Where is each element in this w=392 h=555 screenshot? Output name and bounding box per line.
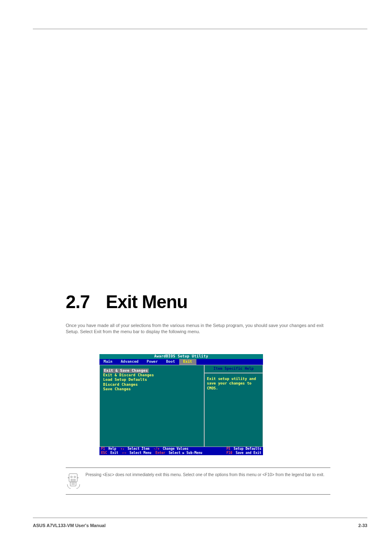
bios-tab-boot[interactable]: Boot: [162, 359, 179, 365]
svg-point-1: [71, 476, 72, 478]
bios-title-bar: AwardBIOS Setup Utility: [99, 354, 263, 359]
section-heading: 2.7 Exit Menu: [66, 292, 187, 312]
legend-leftright: ←→Select Menu: [122, 451, 152, 455]
footer-page-number: 2-33: [358, 523, 367, 528]
bios-legend-bar: F1Help ↑↓Select Item -/+Change Values ES…: [99, 447, 263, 456]
bios-tab-power[interactable]: Power: [143, 359, 162, 365]
bios-help-title: Item Specific Help: [204, 365, 263, 373]
note-callout: Pressing <Esc> does not immediately exit…: [66, 467, 330, 495]
bios-item-exit-discard[interactable]: Exit & Discard Changes: [103, 373, 201, 378]
svg-point-2: [74, 476, 76, 478]
footer-manual-title: ASUS A7VL133-VM User's Manual: [33, 523, 106, 528]
legend-f10: F10Save and Exit: [226, 451, 261, 455]
bios-item-load-defaults[interactable]: Load Setup Defaults: [103, 378, 201, 382]
svg-rect-3: [71, 479, 75, 481]
intro-paragraph: Once you have made all of your selection…: [66, 322, 330, 335]
page-footer: ASUS A7VL133-VM User's Manual 2-33: [33, 523, 367, 528]
note-robot-icon: [67, 472, 81, 490]
bios-item-exit-save[interactable]: Exit & Save Changes: [103, 368, 149, 373]
legend-plusminus: -/+Change Values: [154, 447, 189, 451]
top-rule: [33, 29, 367, 29]
bios-help-panel: Item Specific Help Exit setup utility an…: [204, 365, 263, 447]
bios-tab-exit[interactable]: Exit: [179, 359, 196, 365]
svg-rect-4: [70, 482, 76, 486]
bios-item-save-changes[interactable]: Save Changes: [103, 387, 201, 391]
note-text: Pressing <Esc> does not immediately exit…: [85, 472, 330, 478]
bios-tab-main[interactable]: Main: [99, 359, 117, 365]
legend-esc: ESCExit: [101, 451, 118, 455]
bios-menubar: Main Advanced Power Boot Exit: [99, 359, 263, 365]
bios-utility-screenshot: AwardBIOS Setup Utility Main Advanced Po…: [99, 354, 263, 455]
bios-item-discard-changes[interactable]: Discard Changes: [103, 382, 201, 387]
bios-help-body: Exit setup utility and save your changes…: [204, 373, 263, 447]
section-title: Exit Menu: [106, 292, 187, 312]
legend-f5: F5Setup Defaults: [226, 447, 261, 451]
bios-item-list: Exit & Save Changes Exit & Discard Chang…: [99, 365, 204, 447]
legend-f1: F1Help: [101, 447, 116, 451]
bios-body: Exit & Save Changes Exit & Discard Chang…: [99, 365, 263, 447]
legend-updown: ↑↓Select Item: [120, 447, 150, 451]
bios-tab-advanced[interactable]: Advanced: [117, 359, 143, 365]
legend-enter: EnterSelect ▶ Sub-Menu: [155, 451, 202, 455]
bottom-rule: [33, 518, 367, 518]
section-number: 2.7: [66, 292, 90, 312]
